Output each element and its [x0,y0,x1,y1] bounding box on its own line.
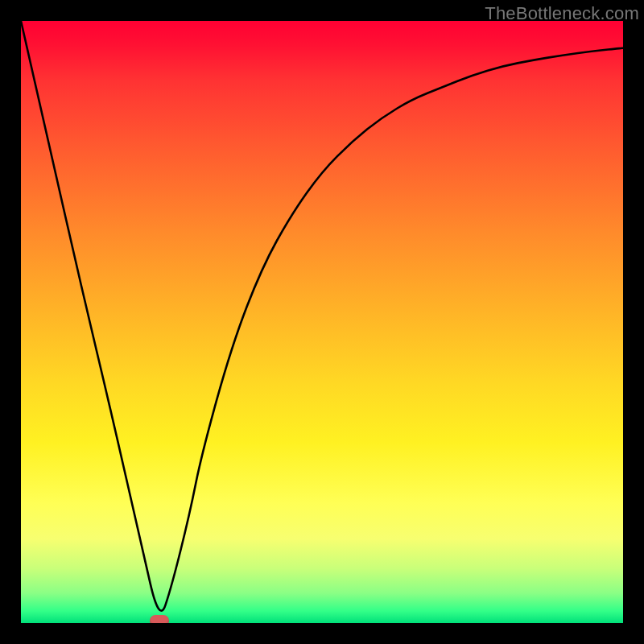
bottleneck-curve [21,21,623,623]
optimal-point-marker [150,615,169,623]
plot-area [21,21,623,623]
watermark-text: TheBottleneck.com [485,3,639,24]
chart-frame: TheBottleneck.com [0,0,644,644]
